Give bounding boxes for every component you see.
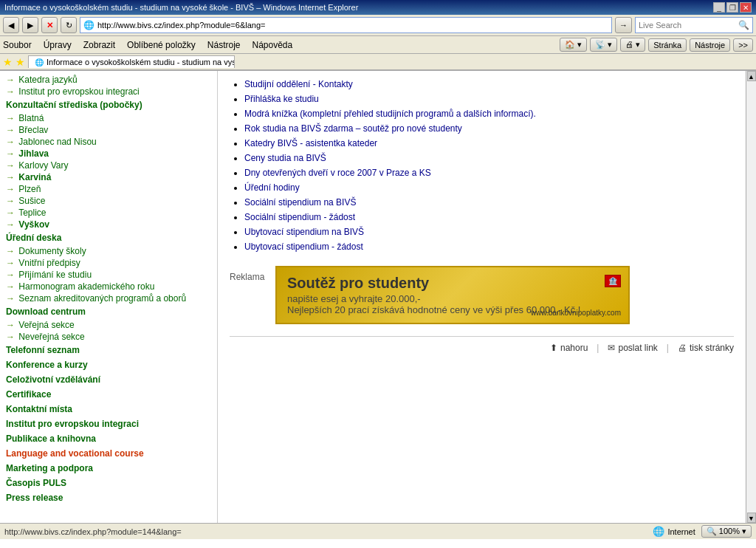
sidebar-item-neverejna[interactable]: → Neveřejná sekce xyxy=(0,331,217,343)
sidebar-item-verejna[interactable]: → Veřejná sekce xyxy=(0,319,217,331)
search-input[interactable] xyxy=(639,21,738,30)
list-link[interactable]: Sociální stipendium na BIVŠ xyxy=(244,197,356,208)
restore-button[interactable]: ❐ xyxy=(726,2,738,13)
page-tab[interactable]: 🌐 Informace o vysokoškolském studiu - st… xyxy=(28,55,235,68)
sidebar-item-certifikace[interactable]: Certifikace xyxy=(0,387,217,402)
forward-button[interactable]: ▶ xyxy=(22,17,38,33)
zoom-button[interactable]: 🔍 100% ▾ xyxy=(701,525,752,538)
scrollbar[interactable]: ▲ ▼ xyxy=(746,71,756,523)
list-link[interactable]: Úřední hodiny xyxy=(244,182,300,193)
extend-button[interactable]: >> xyxy=(733,38,753,52)
bookmark-star-2[interactable]: ★ xyxy=(16,56,25,68)
home-button[interactable]: 🏠 ▾ xyxy=(560,38,587,52)
internet-zone: 🌐 Internet xyxy=(653,526,695,537)
sidebar-item-konference[interactable]: Konference a kurzy xyxy=(0,357,217,372)
menu-soubor[interactable]: Soubor xyxy=(3,40,32,50)
address-bar[interactable]: 🌐 xyxy=(80,17,612,33)
close-button[interactable]: ✕ xyxy=(740,2,752,13)
navigation-bar: ◀ ▶ ✕ ↻ 🌐 → 🔍 xyxy=(0,15,756,36)
sidebar-item-publikace[interactable]: Publikace a knihovna xyxy=(0,431,217,446)
reklama-label: Reklama xyxy=(230,272,267,282)
page-wrapper: → Katedra jazyků → Institut pro evropsko… xyxy=(0,71,756,523)
banner-line1: napište esej a vyhrajte 20.000,- xyxy=(287,293,618,304)
tab-icon: 🌐 xyxy=(35,58,44,66)
print-button[interactable]: 🖨 ▾ xyxy=(620,38,645,52)
list-link[interactable]: Modrá knížka (kompletní přehled studijní… xyxy=(244,109,536,119)
toolbar-right: 🏠 ▾ 📡 ▾ 🖨 ▾ Stránka Nástroje >> xyxy=(560,38,753,52)
sidebar-item-susice[interactable]: → Sušice xyxy=(0,195,217,207)
search-bar[interactable]: 🔍 xyxy=(635,17,753,33)
sidebar-item-casopis[interactable]: Časopis PULS xyxy=(0,476,217,490)
go-button[interactable]: → xyxy=(615,17,632,33)
list-link[interactable]: Katedry BIVŠ - asistentka kateder xyxy=(244,138,377,148)
bookmarks-bar: ★ ★ 🌐 Informace o vysokoškolském studiu … xyxy=(0,54,756,70)
reklama-banner[interactable]: Soutěž pro studenty napište esej a vyhra… xyxy=(275,266,630,324)
arrow-icon: → xyxy=(6,293,15,304)
sidebar-item-karlovy-vary[interactable]: → Karlovy Vary xyxy=(0,160,217,171)
sidebar-item-breclav[interactable]: → Břeclav xyxy=(0,124,217,136)
menu-zobrazit[interactable]: Zobrazit xyxy=(83,40,115,50)
menu-upravy[interactable]: Úpravy xyxy=(44,40,72,50)
back-button[interactable]: ◀ xyxy=(3,17,19,33)
sidebar-item-katedra-jazyku[interactable]: → Katedra jazyků xyxy=(0,74,217,86)
scroll-down-button[interactable]: ▼ xyxy=(747,513,756,523)
action-print[interactable]: 🖨 tisk stránky xyxy=(678,343,734,353)
sidebar-item-institut[interactable]: → Institut pro evropskou integraci xyxy=(0,86,217,97)
window-controls[interactable]: _ ❐ ✕ xyxy=(713,2,752,13)
menu-oblibene[interactable]: Oblíbené položky xyxy=(127,40,196,50)
list-link[interactable]: Přihláška ke studiu xyxy=(244,94,319,104)
list-link[interactable]: Studijní oddělení - Kontakty xyxy=(244,79,353,89)
sidebar-item-marketing[interactable]: Marketing a podpora xyxy=(0,461,217,476)
tools-button[interactable]: Nástroje xyxy=(690,38,730,52)
stop-button[interactable]: ✕ xyxy=(41,17,58,33)
refresh-button[interactable]: ↻ xyxy=(61,17,77,33)
sidebar-item-telefonni[interactable]: Telefonní seznam xyxy=(0,343,217,357)
list-link[interactable]: Ubytovací stipendium - žádost xyxy=(244,242,363,252)
reklama-section: Reklama Soutěž pro studenty napište esej… xyxy=(230,266,734,324)
status-right: 🌐 Internet 🔍 100% ▾ xyxy=(653,525,752,538)
minimize-button[interactable]: _ xyxy=(713,2,725,13)
rss-button[interactable]: 📡 ▾ xyxy=(590,38,617,52)
arrow-icon: → xyxy=(6,208,15,218)
list-item: Katedry BIVŠ - asistentka kateder xyxy=(244,136,734,151)
main-content: Studijní oddělení - Kontakty Přihláška k… xyxy=(218,71,746,523)
sidebar-item-jihlava[interactable]: → Jihlava xyxy=(0,148,217,160)
sidebar-item-teplice[interactable]: → Teplice xyxy=(0,207,217,219)
sidebar-item-seznam[interactable]: → Seznam akreditovaných programů a oborů xyxy=(0,292,217,304)
sidebar-item-kontaktni[interactable]: Kontaktní místa xyxy=(0,402,217,417)
arrow-icon: → xyxy=(6,160,15,171)
list-link[interactable]: Ceny studia na BIVŠ xyxy=(244,153,326,163)
search-icon[interactable]: 🔍 xyxy=(738,20,749,30)
menu-nastroje[interactable]: Nástroje xyxy=(207,40,241,50)
list-link[interactable]: Rok studia na BIVŠ zdarma – soutěž pro n… xyxy=(244,123,462,134)
list-item: Modrá knížka (kompletní přehled studijní… xyxy=(244,106,734,121)
menu-napoveda[interactable]: Nápověda xyxy=(252,40,293,50)
sidebar-item-vyskov[interactable]: → Vyškov xyxy=(0,219,217,230)
sidebar-item-plzen[interactable]: → Plzeň xyxy=(0,183,217,195)
sidebar-item-celozivotni[interactable]: Celoživotní vzdělávání xyxy=(0,372,217,387)
sidebar-item-vnitrni[interactable]: → Vnitřní předpisy xyxy=(0,257,217,269)
list-link[interactable]: Sociální stipendium - žádost xyxy=(244,212,355,222)
sidebar-item-prijimani[interactable]: → Přijímání ke studiu xyxy=(0,269,217,281)
sidebar-item-karvina[interactable]: → Karviná xyxy=(0,171,217,183)
sidebar-item-institut2[interactable]: Institut pro evropskou integraci xyxy=(0,417,217,431)
sidebar-item-blatna[interactable]: → Blatná xyxy=(0,112,217,124)
action-up[interactable]: ⬆ nahoru xyxy=(550,343,588,353)
list-item: Přihláška ke studiu xyxy=(244,92,734,106)
sidebar-item-dokumenty[interactable]: → Dokumenty školy xyxy=(0,245,217,257)
sidebar-item-harmonogram[interactable]: → Harmonogram akademického roku xyxy=(0,281,217,292)
scroll-up-button[interactable]: ▲ xyxy=(747,71,756,81)
bookmark-star-1[interactable]: ★ xyxy=(3,56,13,68)
page-icon: 🌐 xyxy=(83,20,94,30)
address-input[interactable] xyxy=(97,21,608,30)
list-link[interactable]: Dny otevřených dveří v roce 2007 v Praze… xyxy=(244,168,431,178)
sidebar-item-language[interactable]: Language and vocational course xyxy=(0,446,217,461)
separator: | xyxy=(667,343,669,353)
page-button[interactable]: Stránka xyxy=(648,38,687,52)
sidebar-item-press[interactable]: Press release xyxy=(0,490,217,505)
sidebar-item-jablonec[interactable]: → Jablonec nad Nisou xyxy=(0,136,217,148)
action-send[interactable]: ✉ poslat link xyxy=(608,343,657,353)
list-link[interactable]: Ubytovací stipendium na BIVŠ xyxy=(244,227,364,237)
zoom-level: 100% xyxy=(719,527,740,535)
arrow-icon: → xyxy=(6,75,15,85)
